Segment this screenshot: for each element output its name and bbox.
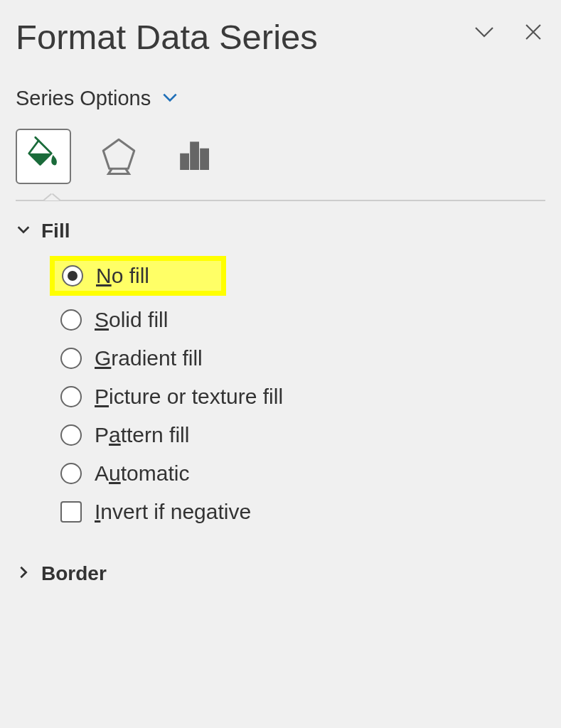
- radio-label: Picture or texture fill: [95, 385, 283, 409]
- tab-divider: [16, 200, 545, 201]
- radio-icon: [60, 309, 82, 331]
- checkbox-invert-if-negative[interactable]: Invert if negative: [55, 493, 545, 531]
- checkbox-icon: [60, 501, 82, 523]
- fill-options: No fill Solid fill Gradient fill Picture…: [55, 261, 545, 531]
- chevron-right-icon: [16, 562, 31, 585]
- radio-gradient-fill[interactable]: Gradient fill: [55, 339, 545, 378]
- radio-label: Pattern fill: [95, 423, 189, 447]
- border-section-toggle[interactable]: Border: [16, 562, 545, 585]
- radio-icon: [60, 463, 82, 484]
- paint-bucket-icon: [24, 136, 63, 177]
- radio-label: No fill: [96, 264, 149, 288]
- radio-icon: [62, 265, 83, 287]
- pane-title: Format Data Series: [16, 17, 318, 57]
- chevron-down-icon: [16, 220, 31, 242]
- chevron-down-icon: [161, 88, 179, 109]
- radio-label: Gradient fill: [95, 346, 203, 370]
- category-tabs: [16, 129, 545, 184]
- fill-section-toggle[interactable]: Fill: [16, 220, 545, 242]
- tab-fill-and-line[interactable]: [16, 129, 71, 184]
- radio-no-fill[interactable]: No fill: [55, 261, 221, 291]
- radio-label: Solid fill: [95, 308, 168, 332]
- radio-label: Automatic: [95, 461, 189, 486]
- tab-series-options[interactable]: [166, 129, 222, 184]
- series-options-label: Series Options: [16, 87, 151, 110]
- radio-icon: [60, 424, 82, 446]
- series-options-dropdown[interactable]: Series Options: [16, 87, 545, 110]
- svg-rect-1: [190, 141, 199, 170]
- svg-rect-0: [180, 154, 189, 170]
- collapse-icon[interactable]: [471, 19, 497, 48]
- checkbox-label: Invert if negative: [95, 500, 251, 524]
- radio-picture-fill[interactable]: Picture or texture fill: [55, 378, 545, 416]
- header-controls: [471, 19, 545, 48]
- fill-title: Fill: [41, 220, 70, 242]
- tab-effects[interactable]: [91, 129, 146, 184]
- radio-automatic[interactable]: Automatic: [55, 454, 545, 493]
- svg-rect-2: [200, 149, 209, 170]
- radio-pattern-fill[interactable]: Pattern fill: [55, 416, 545, 454]
- pentagon-icon: [98, 134, 139, 178]
- border-title: Border: [41, 562, 107, 585]
- radio-solid-fill[interactable]: Solid fill: [55, 301, 545, 339]
- fill-section: Fill No fill Solid fill Gradient fill Pi…: [16, 220, 545, 531]
- radio-icon: [60, 386, 82, 407]
- radio-icon: [60, 348, 82, 369]
- pane-header: Format Data Series: [16, 7, 545, 61]
- close-icon[interactable]: [521, 20, 545, 47]
- bar-chart-icon: [174, 135, 214, 178]
